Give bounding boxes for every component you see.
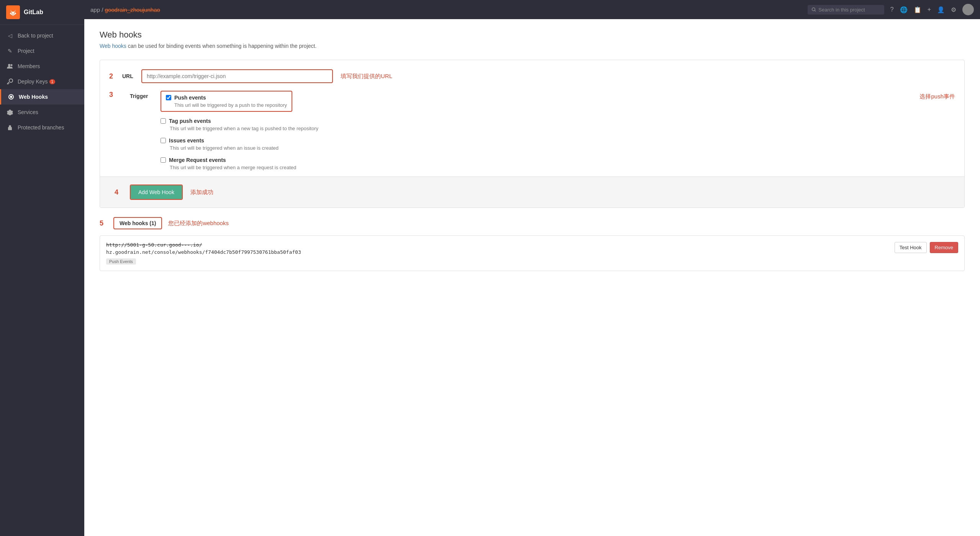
sidebar-title: GitLab — [24, 9, 43, 16]
sidebar-item-protected-branches[interactable]: Protected branches — [0, 120, 84, 135]
step-5-num: 5 — [100, 219, 107, 227]
push-events-description: This url will be triggered by a push to … — [174, 102, 287, 108]
sidebar-item-label: Members — [18, 63, 40, 69]
sidebar-item-label: Deploy Keys — [18, 78, 48, 85]
lock-icon — [6, 124, 14, 131]
sidebar-item-back-to-project[interactable]: ◁ Back to project — [0, 28, 84, 43]
url-hint: 填写我们提供的URL — [341, 73, 392, 80]
push-events-label[interactable]: Push events — [174, 95, 206, 101]
push-events-checkbox[interactable] — [166, 95, 171, 100]
merge-request-events-checkbox[interactable] — [161, 157, 166, 163]
webhook-actions: Test Hook Remove — [895, 242, 958, 253]
merge-request-events-description: This url will be triggered when a merge … — [170, 165, 904, 170]
gitlab-logo — [6, 5, 20, 19]
sidebar-item-web-hooks[interactable]: Web Hooks — [0, 89, 84, 105]
svg-point-0 — [8, 64, 10, 66]
sidebar-item-label: Services — [18, 109, 38, 115]
services-icon — [6, 108, 14, 116]
gitlab-logo-icon — [8, 8, 18, 17]
sidebar-nav: ◁ Back to project ✎ Project Members Depl… — [0, 25, 84, 138]
user-icon[interactable]: 👤 — [937, 6, 945, 13]
step-3-num: 3 — [109, 91, 117, 99]
avatar[interactable] — [962, 4, 974, 15]
url-input-wrapper — [141, 69, 333, 83]
sidebar-item-label: Protected branches — [18, 124, 64, 131]
webhooks-hint: 您已经添加的webhooks — [168, 220, 229, 227]
page-description-suffix: can be used for binding events when some… — [126, 43, 317, 49]
webhooks-link[interactable]: Web hooks — [100, 43, 126, 49]
push-events-main: Push events — [166, 95, 287, 101]
sidebar-item-project[interactable]: ✎ Project — [0, 43, 84, 59]
doc-icon[interactable]: 📋 — [914, 6, 921, 13]
webhook-url-line1: http://5001-g-50.cur.good---.io/ — [106, 242, 888, 248]
url-row: 2 URL 填写我们提供的URL — [109, 69, 955, 83]
tag-push-events-option: Tag push events This url will be trigger… — [161, 118, 904, 131]
trigger-options: Push events This url will be triggered b… — [161, 91, 904, 176]
page-title: Web hooks — [100, 30, 965, 40]
tag-push-events-checkbox[interactable] — [161, 118, 166, 124]
step-4-num: 4 — [115, 188, 122, 196]
add-hint: 添加成功 — [190, 189, 213, 196]
members-icon — [6, 62, 14, 70]
settings-icon[interactable]: ⚙ — [951, 6, 956, 13]
topbar-icons: ? 🌐 📋 + 👤 ⚙ — [890, 4, 974, 15]
add-button-wrapper: Add Web Hook — [130, 185, 183, 200]
plus-icon[interactable]: + — [928, 6, 931, 13]
svg-point-1 — [11, 64, 13, 66]
sidebar: GitLab ◁ Back to project ✎ Project Membe… — [0, 0, 84, 536]
webhook-events-badge: Push Events — [106, 258, 136, 265]
add-webhook-section: 4 Add Web Hook 添加成功 — [100, 176, 964, 208]
webhooks-tab[interactable]: Web hooks (1) — [113, 217, 162, 229]
webhook-info: http://5001-g-50.cur.good---.io/ hz.good… — [106, 242, 888, 265]
issues-events-description: This url will be triggered when an issue… — [170, 145, 904, 151]
page-description: Web hooks can be used for binding events… — [100, 43, 965, 49]
trigger-hint: 选择push事件 — [919, 91, 955, 100]
sidebar-item-members[interactable]: Members — [0, 59, 84, 74]
trigger-row: 3 Trigger Push events This url will be t… — [109, 91, 955, 176]
breadcrumb: app / goodrain_zhoujunhao — [90, 7, 808, 13]
test-hook-button[interactable]: Test Hook — [895, 242, 927, 253]
svg-rect-2 — [8, 127, 12, 130]
webhooks-list-section: 5 Web hooks (1) 您已经添加的webhooks http://50… — [100, 217, 965, 271]
webhook-icon — [7, 93, 15, 101]
add-webhook-button[interactable]: Add Web Hook — [131, 185, 182, 199]
deploy-keys-badge: 1 — [49, 79, 56, 84]
sidebar-header: GitLab — [0, 0, 84, 25]
sidebar-item-deploy-keys[interactable]: Deploy Keys 1 — [0, 74, 84, 89]
sidebar-item-services[interactable]: Services — [0, 105, 84, 120]
push-events-highlight-box: Push events This url will be triggered b… — [161, 91, 292, 112]
step-2-num: 2 — [109, 72, 117, 80]
main-container: app / goodrain_zhoujunhao ? 🌐 📋 + 👤 ⚙ We… — [84, 0, 980, 536]
remove-webhook-button[interactable]: Remove — [930, 242, 958, 253]
help-icon[interactable]: ? — [890, 6, 894, 13]
webhook-url-line2: hz.goodrain.net/console/webhooks/f7404dc… — [106, 249, 888, 255]
key-icon — [6, 78, 14, 85]
issues-events-main: Issues events — [161, 137, 904, 144]
tag-push-events-main: Tag push events — [161, 118, 904, 124]
merge-request-events-label[interactable]: Merge Request events — [169, 157, 226, 163]
tag-push-events-label[interactable]: Tag push events — [169, 118, 211, 124]
trigger-label: Trigger — [130, 91, 153, 99]
issues-events-checkbox[interactable] — [161, 138, 166, 143]
search-icon — [811, 7, 816, 12]
sidebar-item-label: Back to project — [18, 33, 53, 39]
topbar-search[interactable] — [808, 5, 884, 15]
back-icon: ◁ — [6, 32, 14, 39]
globe-icon[interactable]: 🌐 — [900, 6, 908, 13]
sidebar-item-label: Web Hooks — [19, 94, 48, 100]
breadcrumb-prefix: app / — [90, 7, 105, 13]
search-input[interactable] — [818, 7, 880, 13]
webhooks-form: 2 URL 填写我们提供的URL 3 Trigger — [100, 60, 965, 208]
webhooks-header: 5 Web hooks (1) 您已经添加的webhooks — [100, 217, 965, 229]
tag-push-events-description: This url will be triggered when a new ta… — [170, 126, 904, 131]
issues-events-label[interactable]: Issues events — [169, 137, 204, 144]
merge-request-events-option: Merge Request events This url will be tr… — [161, 157, 904, 170]
svg-line-4 — [814, 10, 816, 11]
issues-events-option: Issues events This url will be triggered… — [161, 137, 904, 151]
topbar: app / goodrain_zhoujunhao ? 🌐 📋 + 👤 ⚙ — [84, 0, 980, 19]
sidebar-item-label: Project — [18, 48, 34, 54]
webhook-item: http://5001-g-50.cur.good---.io/ hz.good… — [100, 235, 965, 271]
url-input[interactable] — [142, 70, 332, 82]
merge-request-events-main: Merge Request events — [161, 157, 904, 163]
project-icon: ✎ — [6, 47, 14, 55]
